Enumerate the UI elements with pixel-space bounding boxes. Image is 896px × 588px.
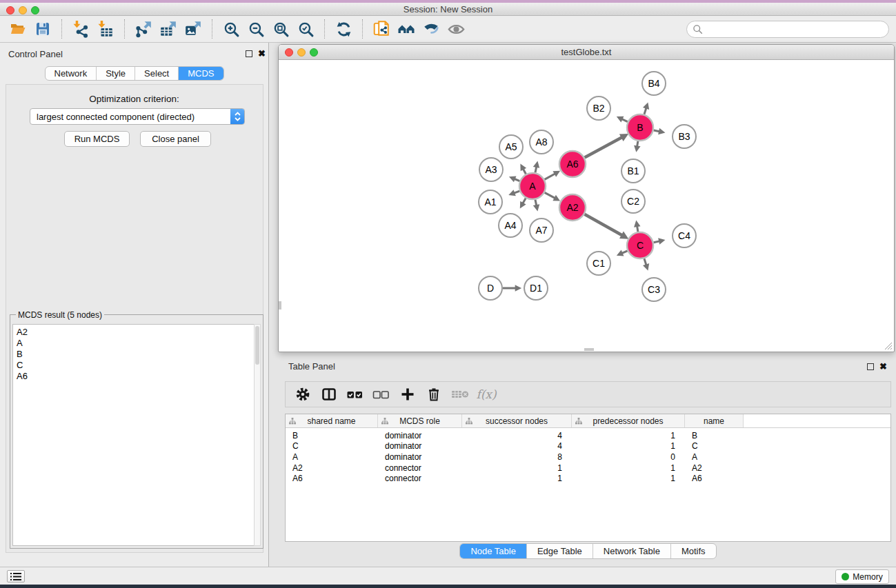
function-builder-button[interactable]: f(x) bbox=[476, 384, 497, 405]
column-header-MCDS-role[interactable]: MCDS role bbox=[378, 414, 462, 427]
table-float-icon[interactable] bbox=[867, 363, 874, 370]
cell[interactable]: C bbox=[685, 441, 744, 452]
zoom-fit-button[interactable] bbox=[268, 17, 293, 41]
table-row-A6[interactable]: A6connector11A6 bbox=[286, 473, 890, 484]
cell[interactable]: C bbox=[286, 441, 378, 452]
edge-A-A4[interactable] bbox=[523, 198, 526, 203]
cell[interactable]: A2 bbox=[286, 463, 378, 474]
cell[interactable]: dominator bbox=[378, 452, 462, 463]
edge-A2-C[interactable] bbox=[584, 214, 621, 236]
cell[interactable]: dominator bbox=[378, 430, 462, 441]
search-input[interactable] bbox=[706, 23, 888, 37]
table-row-A2[interactable]: A2connector11A2 bbox=[286, 463, 890, 474]
result-item-A6[interactable]: A6 bbox=[13, 371, 255, 382]
edge-C-C2[interactable] bbox=[637, 226, 638, 232]
zoom-in-button[interactable] bbox=[219, 17, 243, 41]
cell[interactable]: B bbox=[685, 430, 744, 441]
mcds-result-list[interactable]: A2ABCA6 bbox=[12, 324, 255, 546]
vertical-scroll-indicator[interactable] bbox=[279, 301, 281, 310]
cell[interactable]: connector bbox=[378, 473, 462, 484]
tab-motifs[interactable]: Motifs bbox=[670, 544, 716, 558]
edge-A-A3[interactable] bbox=[515, 179, 520, 181]
edge-A-A2[interactable] bbox=[545, 192, 555, 198]
edge-C-C3[interactable] bbox=[644, 258, 646, 265]
table-mode-button[interactable] bbox=[292, 384, 313, 405]
edge-C-C4[interactable] bbox=[654, 241, 660, 243]
tab-node-table[interactable]: Node Table bbox=[460, 544, 526, 558]
tab-select[interactable]: Select bbox=[135, 67, 178, 80]
cell[interactable]: 1 bbox=[572, 463, 685, 474]
home-button[interactable] bbox=[394, 17, 419, 41]
add-column-button[interactable] bbox=[397, 384, 418, 405]
table-row-A[interactable]: Adominator80A bbox=[286, 452, 890, 463]
cell[interactable]: 1 bbox=[462, 463, 572, 474]
edge-A-A1[interactable] bbox=[514, 191, 519, 193]
table-row-B[interactable]: Bdominator41B bbox=[286, 430, 890, 441]
criterion-select[interactable]: largest connected component (directed) bbox=[30, 108, 245, 125]
cell[interactable]: A bbox=[685, 452, 744, 463]
tab-edge-table[interactable]: Edge Table bbox=[526, 544, 593, 558]
run-mcds-button[interactable]: Run MCDS bbox=[64, 131, 130, 147]
cell[interactable]: 1 bbox=[572, 441, 685, 452]
cell[interactable]: A6 bbox=[286, 473, 378, 484]
edge-A-A8[interactable] bbox=[535, 167, 537, 172]
table-row-C[interactable]: Cdominator41C bbox=[286, 441, 890, 452]
cell[interactable]: connector bbox=[378, 463, 462, 474]
result-item-C[interactable]: C bbox=[13, 360, 255, 371]
refresh-button[interactable] bbox=[331, 17, 356, 41]
result-item-A[interactable]: A bbox=[13, 338, 255, 349]
edge-B-B4[interactable] bbox=[644, 108, 646, 114]
cell[interactable]: dominator bbox=[378, 441, 462, 452]
deselect-all-button[interactable] bbox=[371, 384, 392, 405]
open-session-button[interactable] bbox=[6, 17, 30, 41]
task-history-button[interactable] bbox=[7, 570, 25, 582]
zoom-out-button[interactable] bbox=[243, 17, 268, 41]
edge-A-A5[interactable] bbox=[523, 169, 526, 174]
column-header-name[interactable]: name bbox=[685, 414, 744, 427]
close-panel-button[interactable]: Close panel bbox=[140, 131, 211, 147]
show-columns-button[interactable] bbox=[319, 384, 339, 405]
export-table-button[interactable] bbox=[156, 17, 181, 41]
cell[interactable]: 1 bbox=[572, 430, 685, 441]
column-header-predecessor-nodes[interactable]: predecessor nodes bbox=[572, 414, 685, 427]
result-item-A2[interactable]: A2 bbox=[13, 327, 255, 338]
import-table-button[interactable] bbox=[93, 17, 118, 41]
tab-mcds[interactable]: MCDS bbox=[178, 67, 223, 80]
tab-network[interactable]: Network bbox=[45, 67, 96, 80]
column-header-shared-name[interactable]: shared name bbox=[286, 414, 378, 427]
export-image-button[interactable] bbox=[181, 17, 206, 41]
edge-A6-B[interactable] bbox=[585, 137, 622, 157]
edge-B-B1[interactable] bbox=[637, 141, 638, 147]
float-panel-icon[interactable] bbox=[246, 50, 252, 57]
horizontal-scroll-indicator[interactable] bbox=[584, 348, 594, 351]
cell[interactable]: 4 bbox=[462, 441, 572, 452]
zoom-selected-button[interactable] bbox=[293, 17, 318, 41]
resize-grip[interactable] bbox=[884, 341, 893, 350]
edge-B-B2[interactable] bbox=[622, 119, 628, 122]
edge-B-B3[interactable] bbox=[654, 130, 659, 132]
cell[interactable]: 8 bbox=[462, 452, 572, 463]
result-item-B[interactable]: B bbox=[13, 349, 255, 360]
export-network-button[interactable] bbox=[131, 17, 156, 41]
delete-column-button[interactable] bbox=[424, 384, 444, 405]
table-close-icon[interactable]: ✖ bbox=[879, 362, 887, 371]
cell[interactable]: A6 bbox=[685, 473, 744, 484]
scrollbar-thumb[interactable] bbox=[255, 326, 259, 365]
cell[interactable]: 1 bbox=[462, 473, 572, 484]
close-panel-icon[interactable]: ✖ bbox=[258, 49, 266, 58]
network-window-titlebar[interactable]: testGlobe.txt bbox=[279, 45, 894, 60]
cell[interactable]: 1 bbox=[572, 473, 685, 484]
edge-C-C1[interactable] bbox=[622, 251, 628, 253]
edge-A-A6[interactable] bbox=[545, 174, 555, 179]
result-scrollbar[interactable] bbox=[254, 324, 261, 546]
tab-network-table[interactable]: Network Table bbox=[593, 544, 670, 558]
clone-network-button[interactable] bbox=[369, 17, 394, 41]
cell[interactable]: B bbox=[286, 430, 378, 441]
select-all-button[interactable] bbox=[345, 384, 366, 405]
memory-button[interactable]: Memory bbox=[835, 569, 889, 584]
eye-button[interactable] bbox=[444, 17, 468, 41]
edge-A-A7[interactable] bbox=[535, 200, 537, 205]
cell[interactable]: 0 bbox=[572, 452, 685, 463]
select-spinner-icon[interactable] bbox=[230, 109, 244, 124]
column-header-successor-nodes[interactable]: successor nodes bbox=[462, 414, 572, 427]
